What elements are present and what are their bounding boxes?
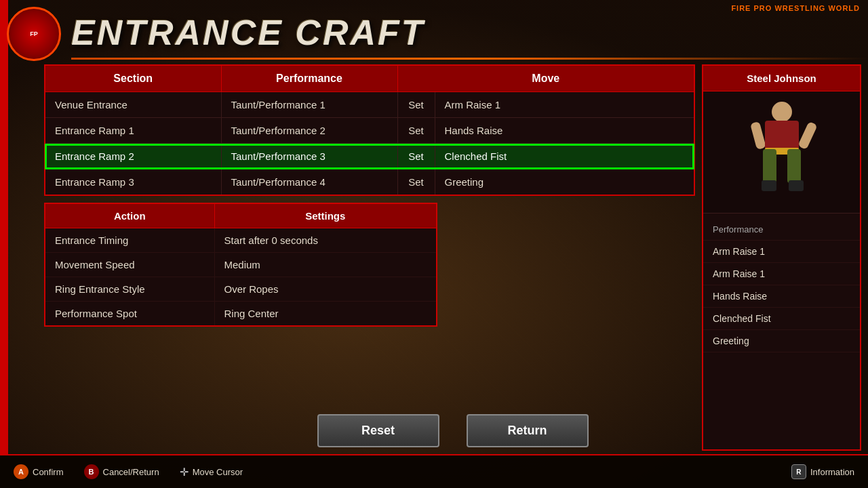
section-cell: Venue Entrance (45, 92, 221, 118)
char-leg-right (787, 149, 801, 183)
b-button: B (84, 464, 99, 479)
reset-button[interactable]: Reset (317, 414, 439, 447)
col-action: Action (45, 203, 214, 228)
settings-row[interactable]: Ring Entrance Style Over Ropes (45, 277, 437, 302)
title-underline (71, 58, 868, 60)
settings-row[interactable]: Movement Speed Medium (45, 253, 437, 277)
settings-table-header: Action Settings (45, 203, 437, 228)
set-cell: Set (397, 169, 435, 196)
char-boot-left (762, 180, 776, 191)
main-content: Section Performance Move Venue Entrance … (44, 64, 861, 451)
left-accent-bar (0, 0, 8, 454)
r-button: R (791, 464, 806, 479)
col-section: Section (45, 65, 221, 92)
move-cell: Clenched Fist (435, 144, 694, 169)
list-item: Clenched Fist (703, 308, 860, 330)
setting-cell: Ring Center (214, 302, 437, 327)
table-row[interactable]: Entrance Ramp 1 Taunt/Performance 2 Set … (45, 118, 694, 144)
main-table: Section Performance Move Venue Entrance … (44, 64, 695, 196)
set-cell: Set (397, 118, 435, 144)
setting-cell: Medium (214, 253, 437, 277)
col-move: Move (397, 65, 694, 92)
buttons-row: Reset Return (44, 414, 861, 447)
logo: FP (7, 7, 61, 61)
cursor-control: ✛ Move Cursor (180, 466, 243, 479)
char-body (765, 121, 799, 151)
screen-title: ENTRANCE CRAFT (71, 12, 425, 53)
cancel-label: Cancel/Return (103, 467, 159, 477)
char-head (772, 102, 792, 122)
list-item: Arm Raise 1 (703, 263, 860, 285)
settings-row[interactable]: Performance Spot Ring Center (45, 302, 437, 327)
list-item: Arm Raise 1 (703, 241, 860, 263)
character-sprite (748, 102, 816, 203)
action-cell: Entrance Timing (45, 228, 214, 253)
dpad-icon: ✛ (180, 466, 189, 479)
logo-container: FP (7, 7, 61, 61)
logo-text: FP (30, 30, 38, 38)
character-display (703, 92, 860, 214)
right-panel: Steel Johnson Performance Arm Raise 1 Ar… (702, 64, 861, 451)
col-settings: Settings (214, 203, 437, 228)
info-label: Information (810, 467, 854, 477)
settings-row[interactable]: Entrance Timing Start after 0 seconds (45, 228, 437, 253)
performance-cell: Taunt/Performance 4 (221, 169, 397, 196)
set-cell: Set (397, 144, 435, 169)
col-performance: Performance (221, 65, 397, 92)
char-boot-right (789, 180, 804, 191)
table-row[interactable]: Entrance Ramp 3 Taunt/Performance 4 Set … (45, 169, 694, 196)
info-control: R Information (791, 464, 854, 479)
setting-cell: Start after 0 seconds (214, 228, 437, 253)
table-row-selected[interactable]: Entrance Ramp 2 Taunt/Performance 3 Set … (45, 144, 694, 169)
list-item: Hands Raise (703, 285, 860, 308)
performance-list-header: Performance (703, 219, 860, 241)
settings-table: Action Settings Entrance Timing Start af… (44, 203, 437, 327)
a-button: A (14, 464, 28, 479)
game-title: FIRE PRO WRESTLING WORLD (731, 4, 860, 12)
performance-cell: Taunt/Performance 1 (221, 92, 397, 118)
character-name: Steel Johnson (703, 66, 860, 92)
char-arm-right (797, 121, 818, 149)
performance-cell: Taunt/Performance 2 (221, 118, 397, 144)
section-cell: Entrance Ramp 3 (45, 169, 221, 196)
cancel-control: B Cancel/Return (84, 464, 159, 479)
performance-cell: Taunt/Performance 3 (221, 144, 397, 169)
list-item: Greeting (703, 330, 860, 352)
setting-cell: Over Ropes (214, 277, 437, 302)
action-cell: Performance Spot (45, 302, 214, 327)
move-cell: Greeting (435, 169, 694, 196)
action-cell: Movement Speed (45, 253, 214, 277)
cursor-label: Move Cursor (193, 467, 243, 477)
move-cell: Arm Raise 1 (435, 92, 694, 118)
confirm-control: A Confirm (14, 464, 64, 479)
bottom-bar: A Confirm B Cancel/Return ✛ Move Cursor … (0, 454, 868, 488)
set-cell: Set (397, 92, 435, 118)
left-panel: Section Performance Move Venue Entrance … (44, 64, 695, 451)
main-table-header: Section Performance Move (45, 65, 694, 92)
section-cell: Entrance Ramp 1 (45, 118, 221, 144)
return-button[interactable]: Return (467, 414, 589, 447)
table-row[interactable]: Venue Entrance Taunt/Performance 1 Set A… (45, 92, 694, 118)
confirm-label: Confirm (33, 467, 64, 477)
char-arm-left (750, 121, 766, 149)
move-cell: Hands Raise (435, 118, 694, 144)
action-cell: Ring Entrance Style (45, 277, 214, 302)
char-leg-left (763, 149, 776, 183)
section-cell: Entrance Ramp 2 (45, 144, 221, 169)
